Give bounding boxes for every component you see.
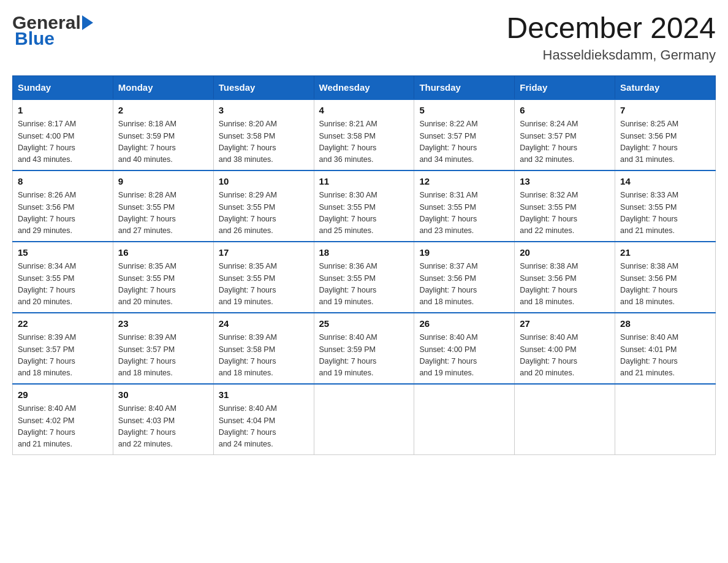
table-row: 10Sunrise: 8:29 AMSunset: 3:55 PMDayligh…	[213, 170, 314, 242]
day-info: Sunrise: 8:39 AMSunset: 3:58 PMDaylight:…	[219, 332, 309, 380]
table-row: 17Sunrise: 8:35 AMSunset: 3:55 PMDayligh…	[213, 242, 314, 313]
day-number: 20	[520, 246, 610, 260]
table-row: 7Sunrise: 8:25 AMSunset: 3:56 PMDaylight…	[615, 99, 716, 170]
col-monday: Monday	[113, 75, 213, 99]
day-info: Sunrise: 8:34 AMSunset: 3:55 PMDaylight:…	[18, 261, 108, 308]
day-info: Sunrise: 8:32 AMSunset: 3:55 PMDaylight:…	[520, 190, 610, 237]
day-number: 24	[219, 317, 309, 331]
col-sunday: Sunday	[13, 75, 113, 99]
table-row: 12Sunrise: 8:31 AMSunset: 3:55 PMDayligh…	[414, 170, 515, 242]
day-info: Sunrise: 8:30 AMSunset: 3:55 PMDaylight:…	[319, 190, 409, 237]
calendar-week-row: 15Sunrise: 8:34 AMSunset: 3:55 PMDayligh…	[13, 242, 716, 313]
day-number: 12	[419, 175, 509, 189]
calendar-week-row: 1Sunrise: 8:17 AMSunset: 4:00 PMDaylight…	[13, 99, 716, 170]
day-number: 1	[18, 104, 108, 118]
table-row: 20Sunrise: 8:38 AMSunset: 3:56 PMDayligh…	[515, 242, 615, 313]
col-tuesday: Tuesday	[213, 75, 314, 99]
day-number: 8	[18, 175, 108, 189]
table-row: 22Sunrise: 8:39 AMSunset: 3:57 PMDayligh…	[13, 313, 113, 384]
table-row: 6Sunrise: 8:24 AMSunset: 3:57 PMDaylight…	[515, 99, 615, 170]
table-row: 27Sunrise: 8:40 AMSunset: 4:00 PMDayligh…	[515, 313, 615, 384]
day-info: Sunrise: 8:40 AMSunset: 4:04 PMDaylight:…	[219, 403, 309, 451]
logo-blue-text: Blue	[12, 28, 94, 49]
day-info: Sunrise: 8:38 AMSunset: 3:56 PMDaylight:…	[520, 261, 610, 308]
table-row: 1Sunrise: 8:17 AMSunset: 4:00 PMDaylight…	[13, 99, 113, 170]
day-number: 11	[319, 175, 409, 189]
day-number: 28	[620, 317, 710, 331]
day-info: Sunrise: 8:25 AMSunset: 3:56 PMDaylight:…	[620, 118, 710, 166]
day-number: 21	[620, 246, 710, 260]
table-row: 2Sunrise: 8:18 AMSunset: 3:59 PMDaylight…	[113, 99, 213, 170]
table-row: 14Sunrise: 8:33 AMSunset: 3:55 PMDayligh…	[615, 170, 716, 242]
day-info: Sunrise: 8:40 AMSunset: 4:00 PMDaylight:…	[520, 332, 610, 380]
table-row	[314, 384, 414, 455]
day-info: Sunrise: 8:40 AMSunset: 4:01 PMDaylight:…	[620, 332, 710, 380]
day-info: Sunrise: 8:29 AMSunset: 3:55 PMDaylight:…	[219, 190, 309, 237]
day-info: Sunrise: 8:36 AMSunset: 3:55 PMDaylight:…	[319, 261, 409, 308]
day-number: 19	[419, 246, 509, 260]
day-number: 25	[319, 317, 409, 331]
day-number: 17	[219, 246, 309, 260]
table-row: 26Sunrise: 8:40 AMSunset: 4:00 PMDayligh…	[414, 313, 515, 384]
day-info: Sunrise: 8:39 AMSunset: 3:57 PMDaylight:…	[118, 332, 208, 380]
calendar-table: Sunday Monday Tuesday Wednesday Thursday…	[12, 75, 716, 455]
table-row: 9Sunrise: 8:28 AMSunset: 3:55 PMDaylight…	[113, 170, 213, 242]
col-thursday: Thursday	[414, 75, 515, 99]
day-info: Sunrise: 8:35 AMSunset: 3:55 PMDaylight:…	[219, 261, 309, 308]
location-text: Hasseldieksdamm, Germany	[506, 47, 716, 63]
table-row: 5Sunrise: 8:22 AMSunset: 3:57 PMDaylight…	[414, 99, 515, 170]
table-row: 24Sunrise: 8:39 AMSunset: 3:58 PMDayligh…	[213, 313, 314, 384]
day-number: 15	[18, 246, 108, 260]
calendar-week-row: 22Sunrise: 8:39 AMSunset: 3:57 PMDayligh…	[13, 313, 716, 384]
day-info: Sunrise: 8:40 AMSunset: 4:00 PMDaylight:…	[419, 332, 509, 380]
day-number: 13	[520, 175, 610, 189]
day-number: 30	[118, 388, 208, 402]
day-info: Sunrise: 8:24 AMSunset: 3:57 PMDaylight:…	[520, 118, 610, 166]
day-number: 6	[520, 104, 610, 118]
day-number: 27	[520, 317, 610, 331]
table-row: 31Sunrise: 8:40 AMSunset: 4:04 PMDayligh…	[213, 384, 314, 455]
calendar-week-row: 8Sunrise: 8:26 AMSunset: 3:56 PMDaylight…	[13, 170, 716, 242]
col-friday: Friday	[515, 75, 615, 99]
table-row: 18Sunrise: 8:36 AMSunset: 3:55 PMDayligh…	[314, 242, 414, 313]
day-info: Sunrise: 8:18 AMSunset: 3:59 PMDaylight:…	[118, 118, 208, 166]
day-number: 31	[219, 388, 309, 402]
day-info: Sunrise: 8:39 AMSunset: 3:57 PMDaylight:…	[18, 332, 108, 380]
month-title: December 2024	[506, 12, 716, 45]
day-number: 7	[620, 104, 710, 118]
table-row: 8Sunrise: 8:26 AMSunset: 3:56 PMDaylight…	[13, 170, 113, 242]
day-info: Sunrise: 8:21 AMSunset: 3:58 PMDaylight:…	[319, 118, 409, 166]
table-row: 3Sunrise: 8:20 AMSunset: 3:58 PMDaylight…	[213, 99, 314, 170]
day-number: 29	[18, 388, 108, 402]
day-info: Sunrise: 8:20 AMSunset: 3:58 PMDaylight:…	[219, 118, 309, 166]
day-number: 10	[219, 175, 309, 189]
day-info: Sunrise: 8:26 AMSunset: 3:56 PMDaylight:…	[18, 190, 108, 237]
day-info: Sunrise: 8:31 AMSunset: 3:55 PMDaylight:…	[419, 190, 509, 237]
logo: General Blue	[12, 12, 94, 49]
table-row	[515, 384, 615, 455]
day-number: 22	[18, 317, 108, 331]
table-row	[615, 384, 716, 455]
table-row: 29Sunrise: 8:40 AMSunset: 4:02 PMDayligh…	[13, 384, 113, 455]
day-number: 4	[319, 104, 409, 118]
day-info: Sunrise: 8:35 AMSunset: 3:55 PMDaylight:…	[118, 261, 208, 308]
table-row: 13Sunrise: 8:32 AMSunset: 3:55 PMDayligh…	[515, 170, 615, 242]
table-row: 23Sunrise: 8:39 AMSunset: 3:57 PMDayligh…	[113, 313, 213, 384]
day-info: Sunrise: 8:38 AMSunset: 3:56 PMDaylight:…	[620, 261, 710, 308]
day-info: Sunrise: 8:40 AMSunset: 4:02 PMDaylight:…	[18, 403, 108, 451]
title-section: December 2024 Hasseldieksdamm, Germany	[506, 12, 716, 63]
day-number: 26	[419, 317, 509, 331]
day-info: Sunrise: 8:22 AMSunset: 3:57 PMDaylight:…	[419, 118, 509, 166]
calendar-week-row: 29Sunrise: 8:40 AMSunset: 4:02 PMDayligh…	[13, 384, 716, 455]
col-wednesday: Wednesday	[314, 75, 414, 99]
table-row: 11Sunrise: 8:30 AMSunset: 3:55 PMDayligh…	[314, 170, 414, 242]
day-number: 16	[118, 246, 208, 260]
table-row: 16Sunrise: 8:35 AMSunset: 3:55 PMDayligh…	[113, 242, 213, 313]
col-saturday: Saturday	[615, 75, 716, 99]
table-row: 15Sunrise: 8:34 AMSunset: 3:55 PMDayligh…	[13, 242, 113, 313]
day-info: Sunrise: 8:33 AMSunset: 3:55 PMDaylight:…	[620, 190, 710, 237]
day-number: 23	[118, 317, 208, 331]
day-info: Sunrise: 8:17 AMSunset: 4:00 PMDaylight:…	[18, 118, 108, 166]
table-row: 19Sunrise: 8:37 AMSunset: 3:56 PMDayligh…	[414, 242, 515, 313]
day-info: Sunrise: 8:28 AMSunset: 3:55 PMDaylight:…	[118, 190, 208, 237]
